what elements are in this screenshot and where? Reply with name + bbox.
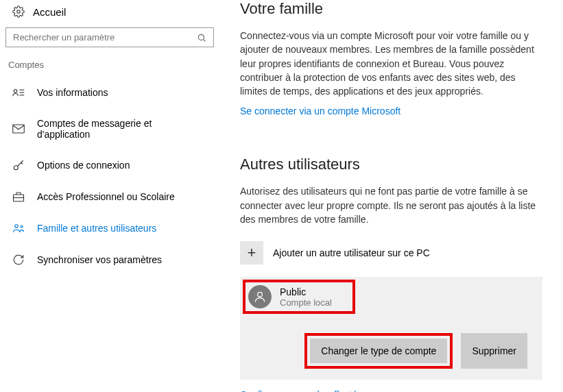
sidebar-item-label: Accès Professionnel ou Scolaire bbox=[37, 191, 175, 202]
key-icon bbox=[12, 159, 25, 171]
svg-point-3 bbox=[14, 90, 17, 93]
signin-microsoft-link[interactable]: Se connecter via un compte Microsoft bbox=[240, 106, 400, 117]
sidebar-item-your-info[interactable]: Vos informations bbox=[5, 77, 214, 108]
user-row[interactable]: Public Compte local bbox=[248, 285, 332, 308]
sync-icon bbox=[12, 254, 25, 266]
search-icon bbox=[197, 33, 206, 42]
user-row-highlight: Public Compte local bbox=[243, 280, 355, 314]
svg-point-1 bbox=[198, 34, 204, 40]
svg-rect-7 bbox=[13, 125, 25, 133]
svg-point-8 bbox=[14, 166, 18, 170]
sidebar-item-sync[interactable]: Synchroniser vos paramètres bbox=[5, 244, 214, 275]
sidebar-item-email-accounts[interactable]: Comptes de messagerie et d'application bbox=[5, 108, 214, 149]
user-entry-block: Public Compte local Changer le type de c… bbox=[240, 277, 542, 380]
user-text: Public Compte local bbox=[280, 286, 332, 308]
user-name: Public bbox=[280, 286, 332, 297]
category-label: Comptes bbox=[5, 60, 214, 77]
person-card-icon bbox=[12, 86, 25, 99]
svg-line-2 bbox=[204, 39, 206, 41]
sidebar-item-label: Comptes de messagerie et d'application bbox=[37, 118, 207, 140]
sidebar-item-label: Options de connexion bbox=[37, 160, 130, 171]
svg-line-10 bbox=[21, 162, 23, 164]
mail-icon bbox=[12, 123, 25, 135]
sidebar: Accueil Comptes Vos informations Comptes… bbox=[0, 0, 219, 392]
search-input-container[interactable] bbox=[5, 27, 214, 47]
change-type-highlight: Changer le type de compte bbox=[304, 333, 453, 369]
user-account-type: Compte local bbox=[280, 297, 332, 308]
family-section-title: Votre famille bbox=[240, 0, 542, 18]
add-user-row[interactable]: + Ajouter un autre utilisateur sur ce PC bbox=[240, 241, 542, 265]
others-section-title: Autres utilisateurs bbox=[240, 156, 542, 173]
search-input[interactable] bbox=[13, 32, 197, 42]
gear-icon bbox=[12, 5, 25, 18]
sidebar-item-family-users[interactable]: Famille et autres utilisateurs bbox=[5, 212, 214, 244]
plus-icon: + bbox=[240, 241, 263, 265]
sidebar-item-label: Famille et autres utilisateurs bbox=[37, 223, 156, 234]
sidebar-item-signin-options[interactable]: Options de connexion bbox=[5, 149, 214, 181]
svg-point-15 bbox=[258, 293, 263, 297]
avatar-icon bbox=[248, 285, 272, 308]
add-user-label: Ajouter un autre utilisateur sur ce PC bbox=[273, 247, 430, 258]
user-actions: Changer le type de compte Supprimer bbox=[240, 333, 542, 369]
change-account-type-button[interactable]: Changer le type de compte bbox=[310, 339, 447, 363]
sidebar-item-label: Synchroniser vos paramètres bbox=[37, 254, 162, 265]
family-section-desc: Connectez-vous via un compte Microsoft p… bbox=[240, 29, 542, 98]
home-label: Accueil bbox=[33, 6, 66, 18]
sidebar-item-label: Vos informations bbox=[37, 87, 108, 98]
configure-assigned-access-link[interactable]: Configurer un accès affecté bbox=[240, 389, 542, 392]
others-section-desc: Autorisez des utilisateurs qui ne font p… bbox=[240, 184, 542, 226]
delete-user-button[interactable]: Supprimer bbox=[461, 333, 527, 369]
svg-point-13 bbox=[15, 225, 19, 228]
briefcase-icon bbox=[12, 191, 25, 203]
sidebar-item-work-school[interactable]: Accès Professionnel ou Scolaire bbox=[5, 181, 214, 212]
svg-point-0 bbox=[17, 10, 21, 14]
main-content: Votre famille Connectez-vous via un comp… bbox=[219, 0, 563, 392]
people-icon bbox=[12, 222, 25, 234]
svg-point-14 bbox=[21, 225, 23, 228]
home-nav[interactable]: Accueil bbox=[5, 0, 214, 27]
